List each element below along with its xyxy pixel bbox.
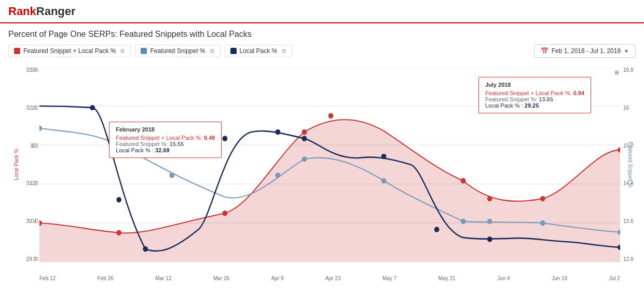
legend-label-featured-snippet-local-pack: Featured Snippet + Local Pack % bbox=[23, 47, 116, 55]
tooltip-feb-row3-value: 32.69 bbox=[155, 147, 170, 153]
tooltip-jul-row1-value: 0.94 bbox=[573, 90, 584, 96]
svg-point-10 bbox=[302, 129, 307, 135]
svg-point-29 bbox=[275, 129, 280, 135]
tooltip-feb-row2-label: Featured Snippet %: bbox=[116, 141, 169, 147]
tooltip-jul-row3-label: Local Pack % : bbox=[485, 102, 525, 109]
x-tick-4: Apr 9 bbox=[271, 275, 284, 281]
x-tick-3: Mar 26 bbox=[213, 275, 229, 281]
svg-point-16 bbox=[39, 126, 42, 131]
svg-point-28 bbox=[222, 136, 227, 141]
svg-point-19 bbox=[302, 156, 307, 162]
tooltip-jul-row1-label: Featured Snippet + Local Pack %: bbox=[485, 90, 573, 96]
legend-item-featured-snippet-local-pack[interactable]: Featured Snippet + Local Pack % ⚙ bbox=[8, 45, 131, 57]
svg-point-9 bbox=[222, 211, 227, 216]
tooltip-july: July 2018 Featured Snippet + Local Pack … bbox=[478, 77, 591, 113]
tooltip-jul-row1: Featured Snippet + Local Pack %: 0.94 bbox=[485, 90, 584, 96]
y-mid-tick-2: 0.9 bbox=[31, 143, 38, 149]
svg-point-21 bbox=[461, 219, 466, 224]
svg-point-8 bbox=[116, 230, 121, 235]
controls-row: Featured Snippet + Local Pack % ⚙ Featur… bbox=[8, 44, 636, 58]
tooltip-jul-row2-label: Featured Snippet %: bbox=[485, 96, 539, 102]
x-axis-labels: Feb 12 Feb 26 Mar 12 Mar 26 Apr 9 Apr 23… bbox=[39, 275, 620, 281]
svg-point-22 bbox=[487, 219, 492, 224]
x-tick-5: Apr 23 bbox=[325, 275, 340, 281]
y-axis-left-label: Local Pack % bbox=[13, 149, 19, 180]
app-container: RankRanger Percent of Page One SERPs: Fe… bbox=[0, 0, 644, 285]
y-axis-right-label: Featured Snippet % bbox=[627, 141, 633, 187]
legend-label-featured-snippet: Featured Snippet % bbox=[150, 47, 205, 55]
tooltip-feb-row2: Featured Snippet %: 15.55 bbox=[116, 141, 215, 147]
x-tick-1: Feb 26 bbox=[98, 275, 114, 281]
calendar-icon: 📅 bbox=[541, 47, 549, 55]
tooltip-feb-row3-label: Local Pack % : bbox=[116, 147, 155, 153]
svg-point-20 bbox=[381, 178, 387, 183]
x-tick-10: Jul 2 bbox=[609, 275, 620, 281]
x-tick-0: Feb 12 bbox=[39, 275, 56, 281]
svg-point-11 bbox=[328, 113, 334, 119]
chart-title: Percent of Page One SERPs: Featured Snip… bbox=[8, 30, 636, 39]
x-tick-2: Mar 12 bbox=[155, 275, 171, 281]
tooltip-february: February 2018 Featured Snippet + Local P… bbox=[109, 122, 222, 158]
dropdown-arrow-icon: ▼ bbox=[624, 48, 629, 54]
x-tick-7: May 21 bbox=[439, 275, 456, 281]
date-range-button[interactable]: 📅 Feb 1, 2018 - Jul 1, 2018 ▼ bbox=[534, 44, 636, 58]
y-mid-tick-1: 1.2 bbox=[31, 105, 38, 111]
tooltip-jul-title: July 2018 bbox=[485, 82, 584, 88]
content-area: Percent of Page One SERPs: Featured Snip… bbox=[0, 23, 644, 285]
svg-point-18 bbox=[275, 173, 280, 178]
svg-point-33 bbox=[487, 237, 492, 242]
tooltip-feb-row1-label: Featured Snippet + Local Pack %: bbox=[116, 135, 204, 141]
svg-point-31 bbox=[381, 154, 387, 159]
svg-point-32 bbox=[434, 227, 440, 232]
y-mid-tick-5: 0 bbox=[35, 256, 38, 262]
tooltip-jul-row2-value: 13.65 bbox=[539, 96, 553, 102]
svg-point-14 bbox=[540, 196, 545, 201]
tooltip-feb-row1: Featured Snippet + Local Pack %: 0.48 bbox=[116, 135, 215, 141]
legend-dot-local-pack bbox=[230, 48, 237, 54]
y-mid-ticks: 1.5 1.2 0.9 0.6 0.3 0 bbox=[27, 67, 38, 262]
tooltip-feb-row2-value: 15.55 bbox=[170, 141, 184, 147]
gear-icon-1[interactable]: ⚙ bbox=[120, 48, 125, 55]
logo-rank: Rank bbox=[8, 5, 36, 18]
y-mid-tick-4: 0.3 bbox=[31, 218, 38, 224]
legend-items: Featured Snippet + Local Pack % ⚙ Featur… bbox=[8, 45, 292, 57]
svg-point-27 bbox=[143, 246, 148, 252]
logo-ranger: Ranger bbox=[36, 5, 76, 18]
y-axis-left-label-container: Local Pack % bbox=[11, 67, 21, 262]
chart-svg-area: 1.5 1.2 0.9 0.6 0.3 0 February 2018 Feat… bbox=[39, 67, 620, 262]
tooltip-jul-row2: Featured Snippet %: 13.65 bbox=[485, 96, 584, 102]
svg-point-23 bbox=[540, 220, 545, 226]
x-tick-8: Jun 4 bbox=[497, 275, 510, 281]
date-range-label: Feb 1, 2018 - Jul 1, 2018 bbox=[552, 47, 621, 55]
y-mid-tick-3: 0.6 bbox=[31, 180, 38, 186]
header: RankRanger bbox=[0, 0, 644, 23]
svg-point-25 bbox=[90, 105, 95, 110]
legend-dot-featured-snippet bbox=[141, 48, 147, 54]
logo: RankRanger bbox=[8, 5, 76, 18]
y-mid-tick-0: 1.5 bbox=[31, 67, 38, 73]
gear-icon-2[interactable]: ⚙ bbox=[210, 48, 215, 55]
tooltip-feb-title: February 2018 bbox=[116, 126, 215, 133]
tooltip-jul-row3-value: 29.25 bbox=[525, 102, 539, 109]
tooltip-feb-row3: Local Pack % : 32.69 bbox=[116, 147, 215, 153]
svg-point-17 bbox=[169, 173, 174, 178]
x-tick-9: Jun 18 bbox=[552, 275, 567, 281]
x-tick-6: May 7 bbox=[382, 275, 396, 281]
legend-label-local-pack: Local Pack % bbox=[240, 47, 278, 55]
legend-item-local-pack[interactable]: Local Pack % ⚙ bbox=[225, 45, 293, 57]
svg-point-26 bbox=[116, 197, 121, 202]
chart-container: 33.6 32.8 32 31.2 30.4 29.6 Local Pack %… bbox=[8, 62, 636, 285]
tooltip-jul-row3: Local Pack % : 29.25 bbox=[485, 102, 584, 109]
gear-icon-3[interactable]: ⚙ bbox=[281, 48, 286, 55]
y-axis-right-label-container: Featured Snippet % bbox=[625, 67, 635, 262]
legend-dot-featured-snippet-local-pack bbox=[14, 48, 20, 54]
svg-point-30 bbox=[302, 136, 307, 141]
legend-item-featured-snippet[interactable]: Featured Snippet % ⚙ bbox=[135, 45, 220, 57]
svg-point-12 bbox=[461, 178, 466, 183]
tooltip-feb-row1-value: 0.48 bbox=[204, 135, 215, 141]
svg-point-13 bbox=[487, 196, 492, 201]
